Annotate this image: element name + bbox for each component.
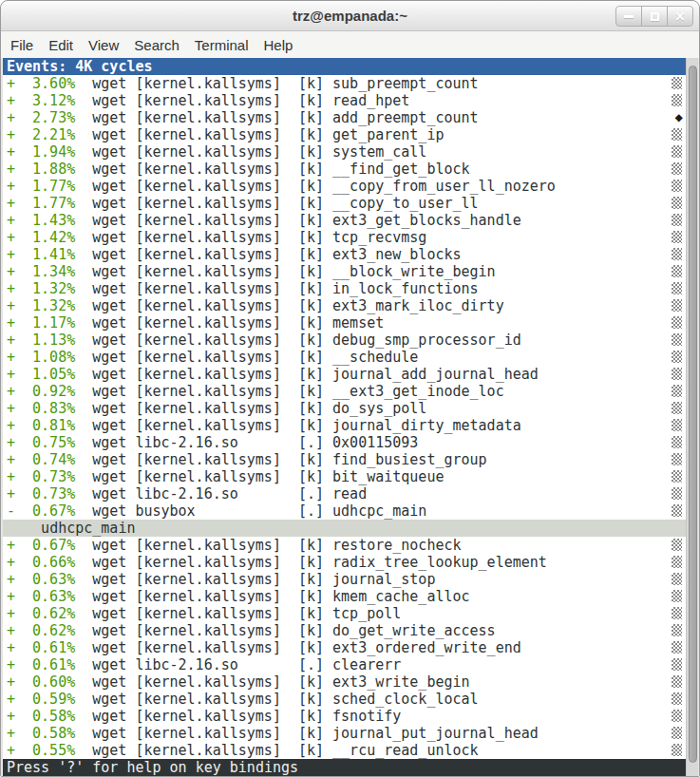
row-expander: + [7,246,15,263]
table-row[interactable]: +1.94%wget[kernel.kallsyms][k]system_cal… [3,143,686,161]
row-overhead: 0.59% [32,691,75,708]
table-row[interactable]: +1.05%wget[kernel.kallsyms][k]journal_ad… [3,366,686,383]
tui-scroll-checker-icon [672,453,682,465]
table-row[interactable]: +0.58%wget[kernel.kallsyms][k]fsnotify [3,708,686,725]
menu-item-file[interactable]: File [3,37,41,53]
maximize-button[interactable] [641,6,668,27]
tui-scroll-checker-icon [672,556,682,568]
row-command: wget [92,195,126,212]
row-command: wget [92,485,126,502]
row-overhead: 1.13% [32,332,75,349]
row-symbol: __block_write_begin [332,263,496,280]
table-row[interactable]: +0.55%wget[kernel.kallsyms][k]__rcu_read… [3,742,686,759]
row-symbol-type: [.] [298,502,324,520]
table-row[interactable]: +0.83%wget[kernel.kallsyms][k]do_sys_pol… [3,400,686,417]
table-row[interactable]: +0.73%wget[kernel.kallsyms][k]bit_waitqu… [3,468,686,485]
table-row[interactable]: +0.67%wget[kernel.kallsyms][k]restore_no… [3,537,686,554]
table-row[interactable]: +0.62%wget[kernel.kallsyms][k]tcp_poll [3,605,686,622]
table-row[interactable]: +1.17%wget[kernel.kallsyms][k]memset [3,314,686,332]
row-symbol: get_parent_ip [332,126,444,143]
row-symbol: tcp_recvmsg [332,229,426,246]
tui-scroll-checker-icon [672,231,682,243]
table-row[interactable]: +1.43%wget[kernel.kallsyms][k]ext3_get_b… [3,212,686,229]
table-row[interactable]: +2.73%wget[kernel.kallsyms][k]add_preemp… [3,109,686,126]
table-row[interactable]: udhcpc_main [3,520,686,537]
row-symbol-type: [k] [298,178,324,195]
row-dso: [kernel.kallsyms] [135,229,281,246]
table-row[interactable]: +0.75%wgetlibc-2.16.so[.]0x00115093 [3,434,686,451]
row-overhead: 0.63% [32,588,75,605]
table-row[interactable]: +0.59%wget[kernel.kallsyms][k]sched_cloc… [3,691,686,708]
table-row[interactable]: +0.62%wget[kernel.kallsyms][k]do_get_wri… [3,622,686,639]
minimize-button[interactable] [615,6,642,27]
scrollbar-thumb[interactable] [689,66,697,763]
row-expander: + [7,229,15,246]
table-row[interactable]: +0.74%wget[kernel.kallsyms][k]find_busie… [3,451,686,468]
table-row[interactable]: +1.08%wget[kernel.kallsyms][k]__schedule [3,349,686,366]
row-overhead: 3.12% [32,92,75,109]
row-overhead: 1.08% [32,349,75,366]
table-row[interactable]: +2.21%wget[kernel.kallsyms][k]get_parent… [3,126,686,143]
row-command: wget [92,366,126,383]
menu-item-terminal[interactable]: Terminal [187,37,256,53]
table-row[interactable]: +0.66%wget[kernel.kallsyms][k]radix_tree… [3,554,686,571]
table-row[interactable]: +1.88%wget[kernel.kallsyms][k]__find_get… [3,161,686,178]
row-symbol-type: [k] [298,708,324,725]
table-row[interactable]: +1.41%wget[kernel.kallsyms][k]ext3_new_b… [3,246,686,263]
table-row[interactable]: +0.61%wgetlibc-2.16.so[.]clearerr [3,656,686,673]
terminal-scrollbar[interactable] [686,58,698,776]
table-row[interactable]: +0.60%wget[kernel.kallsyms][k]ext3_write… [3,673,686,691]
table-row[interactable]: +0.63%wget[kernel.kallsyms][k]journal_st… [3,571,686,588]
table-row[interactable]: +1.32%wget[kernel.kallsyms][k]in_lock_fu… [3,280,686,297]
row-symbol-type: [k] [298,212,324,229]
row-overhead: 1.94% [32,143,75,161]
table-row[interactable]: +3.12%wget[kernel.kallsyms][k]read_hpet [3,92,686,109]
row-symbol-type: [k] [298,622,324,639]
table-row[interactable]: +0.81%wget[kernel.kallsyms][k]journal_di… [3,417,686,434]
close-icon: ✕ [675,10,686,23]
terminal-screen[interactable]: Events: 4K cycles +3.60%wget[kernel.kall… [3,58,686,776]
menu-item-edit[interactable]: Edit [41,37,81,53]
menu-item-help[interactable]: Help [256,37,301,53]
row-symbol-type: [k] [298,468,324,485]
row-symbol-type: [k] [298,126,324,143]
tui-scroll-checker-icon [672,282,682,294]
table-row[interactable]: +1.34%wget[kernel.kallsyms][k]__block_wr… [3,263,686,280]
table-row[interactable]: +1.13%wget[kernel.kallsyms][k]debug_smp_… [3,332,686,349]
row-command: wget [92,297,126,314]
row-command: wget [92,622,126,639]
row-overhead: 0.58% [32,725,75,742]
table-row[interactable]: +0.63%wget[kernel.kallsyms][k]kmem_cache… [3,588,686,605]
tui-scroll-checker-icon [672,128,682,141]
table-row[interactable]: +0.58%wget[kernel.kallsyms][k]journal_pu… [3,725,686,742]
table-row[interactable]: +0.61%wget[kernel.kallsyms][k]ext3_order… [3,639,686,656]
table-row[interactable]: +1.32%wget[kernel.kallsyms][k]ext3_mark_… [3,297,686,314]
row-overhead: 0.61% [32,656,75,673]
table-row[interactable]: +0.92%wget[kernel.kallsyms][k]__ext3_get… [3,383,686,400]
table-row[interactable]: +1.42%wget[kernel.kallsyms][k]tcp_recvms… [3,229,686,246]
table-row[interactable]: +1.77%wget[kernel.kallsyms][k]__copy_fro… [3,178,686,195]
tui-scroll-checker-icon [672,487,682,500]
row-dso: [kernel.kallsyms] [135,195,281,212]
row-overhead: 0.83% [32,400,75,417]
table-row[interactable]: +1.77%wget[kernel.kallsyms][k]__copy_to_… [3,195,686,212]
row-dso: [kernel.kallsyms] [135,708,281,725]
row-symbol: sub_preempt_count [332,75,479,92]
row-expander: + [7,314,15,332]
row-command: wget [92,263,126,280]
titlebar[interactable]: trz@empanada:~ ✕ [1,1,699,31]
menu-item-view[interactable]: View [81,37,126,53]
row-dso: [kernel.kallsyms] [135,246,281,263]
row-command: wget [92,502,126,520]
table-row[interactable]: +3.60%wget[kernel.kallsyms][k]sub_preemp… [3,75,686,92]
menu-item-search[interactable]: Search [126,37,187,53]
table-row[interactable]: +0.73%wgetlibc-2.16.so[.]read [3,485,686,502]
close-button[interactable]: ✕ [667,6,693,27]
row-symbol: __find_get_block [332,161,470,178]
row-symbol: clearerr [332,656,401,673]
row-expander: + [7,366,15,383]
row-symbol: restore_nocheck [332,537,461,554]
row-dso: [kernel.kallsyms] [135,332,281,349]
row-overhead: 1.32% [32,297,75,314]
table-row[interactable]: -0.67%wgetbusybox[.]udhcpc_main [3,502,686,520]
